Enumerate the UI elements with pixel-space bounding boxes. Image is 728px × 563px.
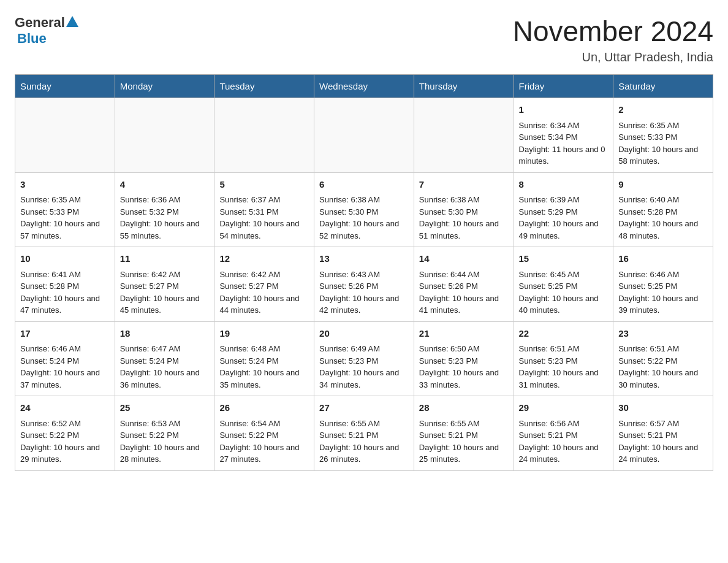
sunrise-text: Sunrise: 6:41 AM (20, 269, 110, 281)
sunrise-text: Sunrise: 6:38 AM (319, 194, 409, 206)
calendar-cell: 17Sunrise: 6:46 AMSunset: 5:24 PMDayligh… (15, 321, 115, 396)
sunrise-text: Sunrise: 6:37 AM (219, 194, 309, 206)
calendar-cell: 12Sunrise: 6:42 AMSunset: 5:27 PMDayligh… (214, 247, 314, 322)
day-number: 9 (618, 178, 708, 192)
day-number: 2 (618, 103, 708, 117)
sunrise-text: Sunrise: 6:57 AM (618, 418, 708, 430)
calendar-cell: 6Sunrise: 6:38 AMSunset: 5:30 PMDaylight… (314, 172, 414, 247)
daylight-text: Daylight: 10 hours and 54 minutes. (219, 218, 309, 242)
daylight-text: Daylight: 10 hours and 30 minutes. (618, 367, 708, 391)
sunset-text: Sunset: 5:26 PM (419, 280, 509, 293)
sunset-text: Sunset: 5:22 PM (618, 355, 708, 367)
calendar-week-row: 1Sunrise: 6:34 AMSunset: 5:34 PMDaylight… (15, 98, 713, 173)
day-number: 13 (319, 252, 409, 266)
month-year-title: November 2024 (513, 15, 713, 48)
day-number: 11 (120, 252, 210, 266)
daylight-text: Daylight: 10 hours and 47 minutes. (20, 293, 110, 316)
sunset-text: Sunset: 5:21 PM (519, 429, 609, 442)
daylight-text: Daylight: 10 hours and 51 minutes. (419, 218, 509, 242)
sunrise-text: Sunrise: 6:39 AM (519, 194, 609, 206)
calendar-cell: 24Sunrise: 6:52 AMSunset: 5:22 PMDayligh… (15, 396, 115, 471)
calendar-cell (414, 98, 514, 173)
sunrise-text: Sunrise: 6:42 AM (219, 269, 309, 281)
sunset-text: Sunset: 5:34 PM (519, 131, 609, 144)
calendar-cell: 7Sunrise: 6:38 AMSunset: 5:30 PMDaylight… (414, 172, 514, 247)
sunset-text: Sunset: 5:24 PM (120, 355, 210, 367)
calendar-cell (15, 98, 115, 173)
sunrise-text: Sunrise: 6:55 AM (319, 418, 409, 430)
sunrise-text: Sunrise: 6:43 AM (319, 269, 409, 281)
daylight-text: Daylight: 10 hours and 57 minutes. (20, 218, 110, 242)
calendar-cell (115, 98, 214, 173)
day-number: 20 (319, 327, 409, 341)
weekday-header-friday: Friday (514, 75, 613, 98)
sunset-text: Sunset: 5:25 PM (618, 280, 708, 293)
day-number: 25 (120, 401, 210, 415)
sunrise-text: Sunrise: 6:48 AM (219, 343, 309, 355)
calendar-cell (214, 98, 314, 173)
sunrise-text: Sunrise: 6:54 AM (219, 418, 309, 430)
sunrise-text: Sunrise: 6:46 AM (20, 343, 110, 355)
logo: General Blue (15, 15, 78, 47)
calendar-cell: 4Sunrise: 6:36 AMSunset: 5:32 PMDaylight… (115, 172, 214, 247)
daylight-text: Daylight: 10 hours and 31 minutes. (519, 367, 609, 391)
calendar-cell: 5Sunrise: 6:37 AMSunset: 5:31 PMDaylight… (214, 172, 314, 247)
sunrise-text: Sunrise: 6:51 AM (519, 343, 609, 355)
sunset-text: Sunset: 5:21 PM (618, 429, 708, 442)
sunset-text: Sunset: 5:23 PM (319, 355, 409, 367)
sunrise-text: Sunrise: 6:49 AM (319, 343, 409, 355)
calendar-week-row: 3Sunrise: 6:35 AMSunset: 5:33 PMDaylight… (15, 172, 713, 247)
daylight-text: Daylight: 10 hours and 49 minutes. (519, 218, 609, 242)
sunset-text: Sunset: 5:32 PM (120, 206, 210, 218)
calendar-cell: 22Sunrise: 6:51 AMSunset: 5:23 PMDayligh… (514, 321, 613, 396)
sunset-text: Sunset: 5:21 PM (319, 429, 409, 442)
sunset-text: Sunset: 5:33 PM (20, 206, 110, 218)
calendar-cell: 23Sunrise: 6:51 AMSunset: 5:22 PMDayligh… (613, 321, 713, 396)
sunset-text: Sunset: 5:30 PM (319, 206, 409, 218)
daylight-text: Daylight: 10 hours and 29 minutes. (20, 442, 110, 465)
day-number: 22 (519, 327, 609, 341)
calendar-cell: 14Sunrise: 6:44 AMSunset: 5:26 PMDayligh… (414, 247, 514, 322)
day-number: 4 (120, 178, 210, 192)
daylight-text: Daylight: 10 hours and 52 minutes. (319, 218, 409, 242)
logo-general-text: General (15, 15, 65, 31)
sunrise-text: Sunrise: 6:34 AM (519, 120, 609, 132)
day-number: 29 (519, 401, 609, 415)
daylight-text: Daylight: 10 hours and 37 minutes. (20, 367, 110, 391)
calendar-cell: 3Sunrise: 6:35 AMSunset: 5:33 PMDaylight… (15, 172, 115, 247)
day-number: 3 (20, 178, 110, 192)
calendar-cell: 16Sunrise: 6:46 AMSunset: 5:25 PMDayligh… (613, 247, 713, 322)
calendar-cell: 30Sunrise: 6:57 AMSunset: 5:21 PMDayligh… (613, 396, 713, 471)
day-number: 7 (419, 178, 509, 192)
day-number: 16 (618, 252, 708, 266)
page-header: General Blue November 2024 Un, Uttar Pra… (15, 15, 713, 64)
day-number: 15 (519, 252, 609, 266)
weekday-header-thursday: Thursday (414, 75, 514, 98)
day-number: 6 (319, 178, 409, 192)
calendar-cell: 1Sunrise: 6:34 AMSunset: 5:34 PMDaylight… (514, 98, 613, 173)
sunset-text: Sunset: 5:23 PM (519, 355, 609, 367)
daylight-text: Daylight: 10 hours and 25 minutes. (419, 442, 509, 465)
day-number: 28 (419, 401, 509, 415)
day-number: 23 (618, 327, 708, 341)
calendar-cell (314, 98, 414, 173)
sunset-text: Sunset: 5:24 PM (20, 355, 110, 367)
sunrise-text: Sunrise: 6:56 AM (519, 418, 609, 430)
calendar-cell: 15Sunrise: 6:45 AMSunset: 5:25 PMDayligh… (514, 247, 613, 322)
calendar-cell: 29Sunrise: 6:56 AMSunset: 5:21 PMDayligh… (514, 396, 613, 471)
calendar-cell: 18Sunrise: 6:47 AMSunset: 5:24 PMDayligh… (115, 321, 214, 396)
sunset-text: Sunset: 5:27 PM (120, 280, 210, 293)
calendar-cell: 26Sunrise: 6:54 AMSunset: 5:22 PMDayligh… (214, 396, 314, 471)
weekday-header-wednesday: Wednesday (314, 75, 414, 98)
sunset-text: Sunset: 5:27 PM (219, 280, 309, 293)
daylight-text: Daylight: 10 hours and 44 minutes. (219, 293, 309, 316)
sunset-text: Sunset: 5:21 PM (419, 429, 509, 442)
calendar-cell: 20Sunrise: 6:49 AMSunset: 5:23 PMDayligh… (314, 321, 414, 396)
weekday-header-sunday: Sunday (15, 75, 115, 98)
calendar-cell: 9Sunrise: 6:40 AMSunset: 5:28 PMDaylight… (613, 172, 713, 247)
day-number: 26 (219, 401, 309, 415)
sunrise-text: Sunrise: 6:38 AM (419, 194, 509, 206)
day-number: 27 (319, 401, 409, 415)
daylight-text: Daylight: 10 hours and 24 minutes. (618, 442, 708, 465)
sunset-text: Sunset: 5:28 PM (20, 280, 110, 293)
